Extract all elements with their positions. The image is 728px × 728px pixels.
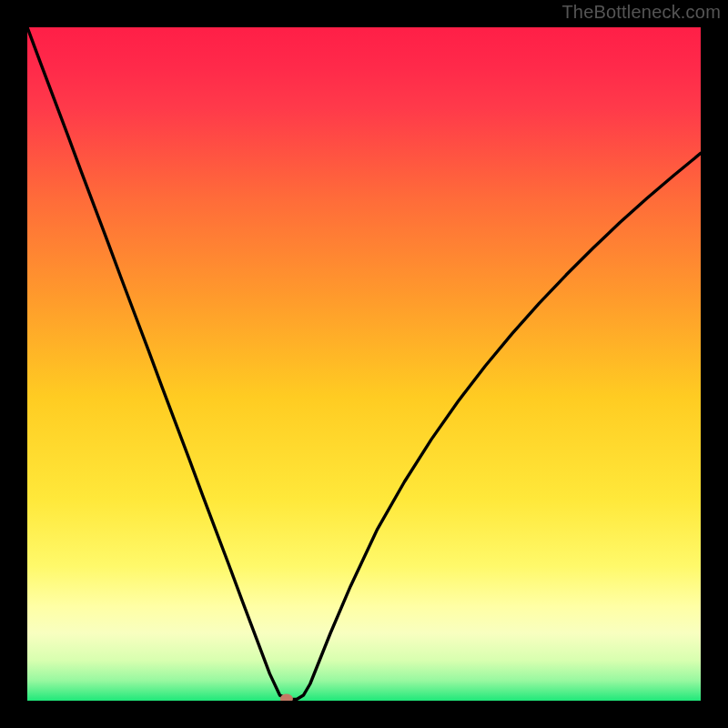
chart-container: TheBottleneck.com xyxy=(0,0,728,728)
gradient-background xyxy=(27,27,701,701)
attribution-text: TheBottleneck.com xyxy=(561,2,721,23)
plot-area xyxy=(27,27,701,701)
chart-svg xyxy=(27,27,701,701)
